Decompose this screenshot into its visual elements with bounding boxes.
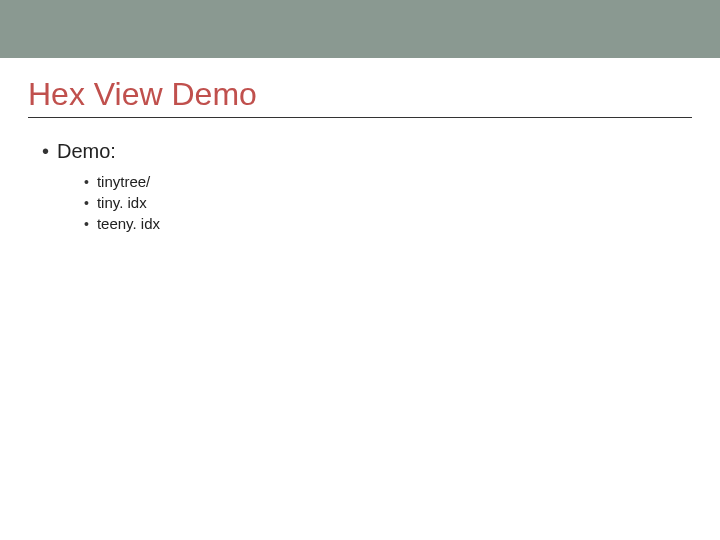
- list-item: • tiny. idx: [84, 194, 692, 211]
- list-item-label: tiny. idx: [97, 194, 147, 211]
- bullet-icon: •: [42, 141, 49, 161]
- bullet-icon: •: [84, 175, 89, 189]
- list-item: • teeny. idx: [84, 215, 692, 232]
- list-item-label: Demo:: [57, 140, 116, 163]
- list-item: • tinytree/: [84, 173, 692, 190]
- slide-title: Hex View Demo: [28, 76, 692, 118]
- list-item: • Demo:: [42, 140, 692, 163]
- list-level1: • Demo: • tinytree/ • tiny. idx • teeny.…: [42, 140, 692, 232]
- list-level2: • tinytree/ • tiny. idx • teeny. idx: [84, 173, 692, 232]
- list-item-label: tinytree/: [97, 173, 150, 190]
- bullet-icon: •: [84, 217, 89, 231]
- slide-content: Hex View Demo • Demo: • tinytree/ • tiny…: [0, 58, 720, 264]
- bullet-icon: •: [84, 196, 89, 210]
- header-bar: [0, 0, 720, 58]
- list-item-label: teeny. idx: [97, 215, 160, 232]
